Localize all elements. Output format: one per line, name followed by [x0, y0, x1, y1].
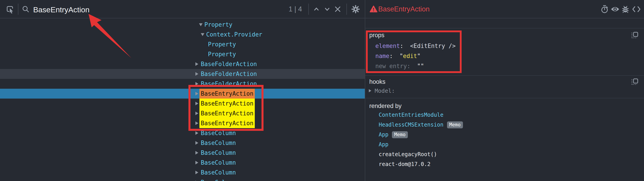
props-section-label: props	[369, 32, 384, 39]
warning-triangle-icon	[370, 6, 377, 12]
owner-link[interactable]: App	[379, 141, 388, 148]
tree-row-chevron-icon[interactable]	[196, 128, 201, 138]
prop-row: name: "edit"	[375, 52, 420, 60]
tree-row[interactable]: BaseEntryAction	[0, 98, 365, 108]
chevron-down-icon	[324, 6, 331, 13]
tree-row[interactable]: Property	[0, 20, 365, 30]
inspect-element-button[interactable]	[4, 0, 16, 18]
rendered-by-item: ContentEntriesModule	[379, 111, 444, 118]
tree-row-chevron-icon[interactable]	[196, 79, 201, 89]
tree-row-label: BaseColumn	[201, 150, 236, 156]
previous-match-button[interactable]	[312, 0, 321, 18]
section-divider	[365, 75, 644, 76]
tree-row-label: BaseEntryAction	[200, 89, 255, 98]
close-icon	[334, 6, 342, 13]
owner-link[interactable]: App	[379, 132, 388, 138]
prop-colon: :	[390, 53, 396, 59]
hook-label: Model:	[375, 88, 395, 94]
tree-row[interactable]: BaseColumn	[0, 138, 365, 148]
tree-row-label: Property	[204, 21, 232, 28]
tree-row[interactable]: BaseEntryAction	[0, 108, 365, 118]
tree-row-label: BaseEntryAction	[200, 98, 255, 108]
section-divider	[365, 28, 644, 28]
inspect-element-icon	[6, 5, 14, 14]
prop-value[interactable]: ""	[417, 63, 424, 70]
owner-link[interactable]: ContentEntriesModule	[379, 112, 444, 118]
react-devtools-components-panel: 1 | 4	[0, 0, 644, 181]
tree-row-label: BaseFolderAction	[201, 61, 257, 68]
tree-row-chevron-icon[interactable]	[196, 178, 201, 181]
owner-text: createLegacyRoot()	[379, 151, 437, 158]
tree-row[interactable]: BaseEntryAction	[0, 89, 365, 98]
memo-badge: Memo	[447, 122, 463, 128]
rendered-by-item: react-dom@17.0.2	[379, 160, 430, 168]
hook-chevron-icon[interactable]	[369, 87, 375, 94]
tree-row-label: BaseColumn	[201, 140, 236, 146]
tree-row-label: BaseColumn	[201, 130, 236, 136]
section-divider	[365, 98, 644, 98]
search-icon	[21, 0, 30, 18]
tree-row-label: BaseColumn	[201, 169, 236, 176]
memo-badge: Memo	[392, 131, 408, 138]
tree-row[interactable]: BaseColumn	[0, 168, 365, 178]
copy-icon	[631, 32, 638, 38]
search-result-count: 1 | 4	[288, 0, 302, 18]
next-match-button[interactable]	[322, 0, 332, 18]
chevron-up-icon	[313, 6, 320, 13]
prop-colon: :	[400, 42, 407, 49]
tree-row-label: BaseFolderAction	[201, 80, 257, 87]
tree-row[interactable]: BaseColumn	[0, 158, 365, 168]
tree-row-label: Property	[208, 41, 236, 48]
tree-row-label: BaseEntryAction	[200, 118, 255, 128]
owner-text: react-dom@17.0.2	[379, 161, 430, 167]
rendered-by-item: App Memo	[379, 131, 408, 138]
tree-row-chevron-icon[interactable]	[196, 148, 201, 158]
hook-model-row[interactable]: Model:	[369, 87, 395, 94]
copy-hooks-button[interactable]	[631, 78, 638, 86]
tree-row-chevron-icon[interactable]	[196, 59, 201, 69]
selected-component-header: BaseEntryAction	[365, 0, 644, 18]
rendered-by-item: createLegacyRoot()	[379, 151, 437, 158]
copy-icon	[631, 78, 638, 85]
component-tree: Property Context.Provider Property Prope…	[0, 18, 365, 181]
tree-row-label: BaseColumn	[201, 159, 236, 166]
toolbar-separator	[308, 4, 309, 15]
tree-row-chevron-icon[interactable]	[196, 138, 201, 148]
tree-row-chevron-icon[interactable]	[201, 30, 206, 40]
tree-row[interactable]: BaseEntryAction	[0, 118, 365, 128]
prop-key: name	[375, 53, 390, 59]
search-input[interactable]	[33, 4, 258, 15]
hooks-section-label: hooks	[369, 78, 386, 85]
tree-row-label: Context.Provider	[206, 31, 262, 38]
tree-row[interactable]: BaseFolderAction	[0, 69, 365, 79]
selected-component-title: BaseEntryAction	[378, 5, 430, 13]
prop-value[interactable]: "edit"	[400, 53, 420, 59]
prop-row: element: <EditEntry />	[375, 42, 456, 50]
rendered-by-section-label: rendered by	[369, 102, 402, 110]
copy-props-button[interactable]	[631, 31, 638, 39]
tree-row-chevron-icon[interactable]	[199, 20, 204, 30]
toolbar-separator	[18, 4, 18, 15]
tree-row[interactable]: BaseColumn	[0, 128, 365, 138]
tree-row[interactable]: BaseFolderAction	[0, 79, 365, 89]
tree-row[interactable]: Property	[0, 40, 365, 49]
rendered-by-item: App	[379, 141, 388, 148]
settings-button[interactable]	[350, 0, 361, 18]
prop-value[interactable]: <EditEntry />	[410, 42, 456, 49]
toolbar-separator	[346, 4, 347, 15]
prop-key: element	[375, 42, 400, 49]
tree-row-chevron-icon[interactable]	[196, 69, 201, 79]
tree-row[interactable]: BaseFolderAction	[0, 59, 365, 69]
clear-search-button[interactable]	[332, 0, 343, 18]
tree-row[interactable]: BaseColumn	[0, 148, 365, 158]
tree-row-label: BaseEntryAction	[200, 108, 255, 118]
tree-row-chevron-icon[interactable]	[196, 158, 201, 168]
tree-row-chevron-icon[interactable]	[196, 168, 201, 178]
owner-link[interactable]: HeadlessCMSExtension	[379, 122, 444, 128]
selected-component-panel: BaseEntryAction props element: <EditEntr…	[365, 0, 644, 181]
tree-row[interactable]: Context.Provider	[0, 30, 365, 40]
gear-icon	[351, 4, 360, 14]
tree-row[interactable]: Property	[0, 49, 365, 59]
tree-row[interactable]: BaseColumn	[0, 178, 365, 181]
tree-row-label: BaseColumn	[201, 179, 236, 181]
